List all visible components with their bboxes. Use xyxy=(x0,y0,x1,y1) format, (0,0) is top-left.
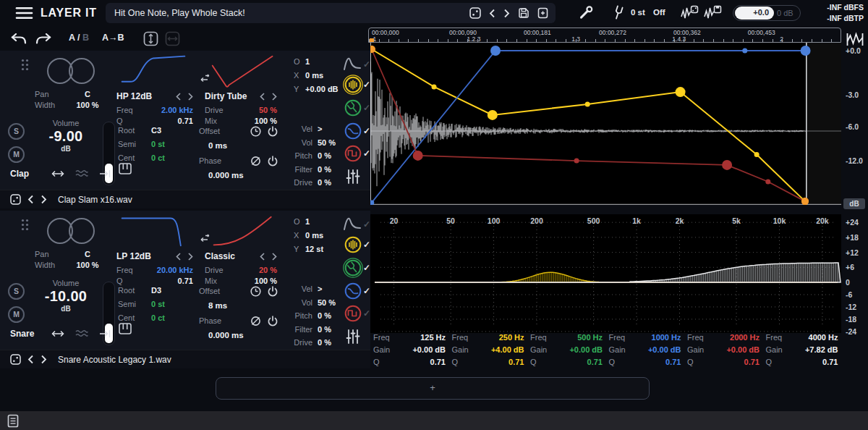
eq-q-value[interactable]: 0.71 xyxy=(665,358,681,366)
mute-button[interactable]: M xyxy=(8,306,25,323)
output-gain-handle[interactable]: +0.0 xyxy=(735,7,774,20)
next-preset-icon[interactable] xyxy=(503,9,510,18)
sample-layer-button[interactable]: ✓ xyxy=(343,75,373,96)
sample-check-icon[interactable]: ✓ xyxy=(363,240,370,250)
phase-invert-icon[interactable] xyxy=(250,155,262,167)
drive-mod-value[interactable]: 0 % xyxy=(318,338,331,347)
filter-type[interactable]: LP 12dB xyxy=(116,251,151,261)
stretch-icon[interactable] xyxy=(51,169,64,178)
envelope-point[interactable] xyxy=(413,151,423,161)
drive-prev-next-icon[interactable] xyxy=(260,253,277,261)
envelope-point[interactable] xyxy=(754,152,760,157)
envelope-point[interactable] xyxy=(765,180,770,185)
layer-drag-handle[interactable] xyxy=(21,219,29,231)
eq-q-value[interactable]: 0.71 xyxy=(430,358,446,366)
phase-value[interactable]: 0.000 ms xyxy=(199,326,278,345)
offset-value[interactable]: 8 ms xyxy=(199,297,278,315)
eq-gain-value[interactable]: +0.00 dB xyxy=(412,345,446,354)
semi-value[interactable]: 0 st xyxy=(151,300,165,308)
zoom-vertical-icon[interactable] xyxy=(143,31,158,46)
eq-freq-value[interactable]: 250 Hz xyxy=(499,333,524,342)
pitch-check-icon[interactable]: ✓ xyxy=(363,263,370,273)
envelope-check-icon[interactable]: ✓ xyxy=(363,59,370,69)
save-as-new-icon[interactable] xyxy=(537,7,548,19)
envelope-point[interactable] xyxy=(742,49,747,54)
randomize-all-icon[interactable] xyxy=(681,5,699,20)
root-value[interactable]: D3 xyxy=(151,286,161,295)
settings-wrench-icon[interactable] xyxy=(578,5,594,21)
mixer-view-button[interactable] xyxy=(343,166,373,188)
filter-curve[interactable] xyxy=(116,214,190,248)
eq-q-value[interactable]: 0.71 xyxy=(509,358,524,366)
output-gain-slider[interactable]: +0.0 0 dB xyxy=(733,5,801,21)
pitch-mod-value[interactable]: 0 % xyxy=(318,311,331,320)
envelope-point[interactable] xyxy=(676,87,686,97)
filter-type[interactable]: HP 12dB xyxy=(116,91,152,101)
eq-q-value[interactable]: 0.71 xyxy=(744,358,760,366)
envelope-view-button[interactable]: ✓ xyxy=(343,215,373,237)
envelope-point[interactable] xyxy=(801,198,809,205)
width-value[interactable]: 100 % xyxy=(68,101,107,109)
keyboard-icon[interactable] xyxy=(119,323,132,334)
offset-clock-icon[interactable] xyxy=(250,285,262,298)
save-stack-icon[interactable] xyxy=(704,5,722,20)
eq-gain-value[interactable]: +7.82 dB xyxy=(805,345,838,354)
pitch-layer-button[interactable]: ✓ xyxy=(343,98,373,119)
preset-name[interactable]: Hit One Note, Play Whole Stack! xyxy=(114,8,245,18)
eq-band[interactable]: Freq250 HzGain+4.00 dBQ0.71 xyxy=(449,332,527,369)
mixer-view-button[interactable] xyxy=(343,326,373,348)
waveform-zoom-icon[interactable] xyxy=(846,32,864,47)
envelope-point[interactable] xyxy=(722,160,732,170)
undo-icon[interactable] xyxy=(10,33,27,45)
ab-copy-button[interactable]: A→B xyxy=(102,33,124,43)
pan-width-knob[interactable] xyxy=(46,216,95,246)
filter-layer-button[interactable]: ✓ xyxy=(343,121,373,143)
envelope-point[interactable] xyxy=(432,84,437,89)
add-layer-button[interactable]: + xyxy=(216,377,650,400)
stretch-icon[interactable] xyxy=(51,329,64,338)
eq-gain-value[interactable]: +0.00 dB xyxy=(648,345,681,354)
save-preset-icon[interactable] xyxy=(518,7,529,19)
eq-q-value[interactable]: 0.71 xyxy=(587,358,603,366)
semi-value[interactable]: 0 st xyxy=(151,140,165,148)
volume-value[interactable]: -10.00 xyxy=(32,287,100,305)
filter-curve[interactable] xyxy=(116,54,190,88)
eq-display[interactable]: 20501002005001k2k5k10k20k xyxy=(370,214,841,333)
eq-freq-value[interactable]: 500 Hz xyxy=(577,333,603,342)
solo-button[interactable]: S xyxy=(8,283,25,300)
drive-curve[interactable] xyxy=(210,54,277,88)
eq-freq-value[interactable]: 4000 Hz xyxy=(809,333,838,342)
vol-mod-value[interactable]: 50 % xyxy=(318,138,336,147)
filter-check-icon[interactable]: ✓ xyxy=(363,126,370,136)
eq-q-value[interactable]: 0.71 xyxy=(822,358,838,366)
vel-value[interactable]: > xyxy=(318,125,322,133)
envelope-point[interactable] xyxy=(488,110,498,120)
pan-value[interactable]: C xyxy=(68,90,107,98)
solo-button[interactable]: S xyxy=(8,123,25,140)
pitch-check-icon[interactable]: ✓ xyxy=(363,103,370,113)
eq-band[interactable]: Freq2000 HzGain+0.00 dBQ0.71 xyxy=(684,332,762,369)
prev-sample-icon[interactable] xyxy=(27,355,34,364)
eq-gain-value[interactable]: +4.00 dB xyxy=(491,345,524,354)
layer-drag-handle[interactable] xyxy=(21,59,29,71)
mod-o-value[interactable]: 1 xyxy=(305,217,310,226)
freq-value[interactable]: 2.00 kHz xyxy=(161,106,193,114)
mix-value[interactable]: 100 % xyxy=(255,117,277,125)
envelope-point[interactable] xyxy=(490,46,501,56)
drive-mod-value[interactable]: 0 % xyxy=(318,178,331,187)
filter-check-icon[interactable]: ✓ xyxy=(363,286,370,296)
cent-value[interactable]: 0 ct xyxy=(151,153,165,162)
wave-mode-icon[interactable] xyxy=(75,169,88,179)
random-sample-icon[interactable] xyxy=(10,354,21,365)
keyboard-icon[interactable] xyxy=(119,163,132,174)
mod-x-value[interactable]: 0 ms xyxy=(305,71,323,80)
offset-power-icon[interactable] xyxy=(267,285,278,298)
root-value[interactable]: C3 xyxy=(151,126,161,135)
phase-value[interactable]: 0.000 ms xyxy=(199,166,278,185)
pan-value[interactable]: C xyxy=(68,250,107,258)
drive-value[interactable]: 50 % xyxy=(259,106,277,114)
eq-shelf-curve[interactable] xyxy=(630,263,841,282)
envelope-display[interactable] xyxy=(370,43,841,205)
snap-to-end-icon[interactable] xyxy=(99,329,111,338)
eq-gain-value[interactable]: +0.00 dB xyxy=(726,345,760,354)
